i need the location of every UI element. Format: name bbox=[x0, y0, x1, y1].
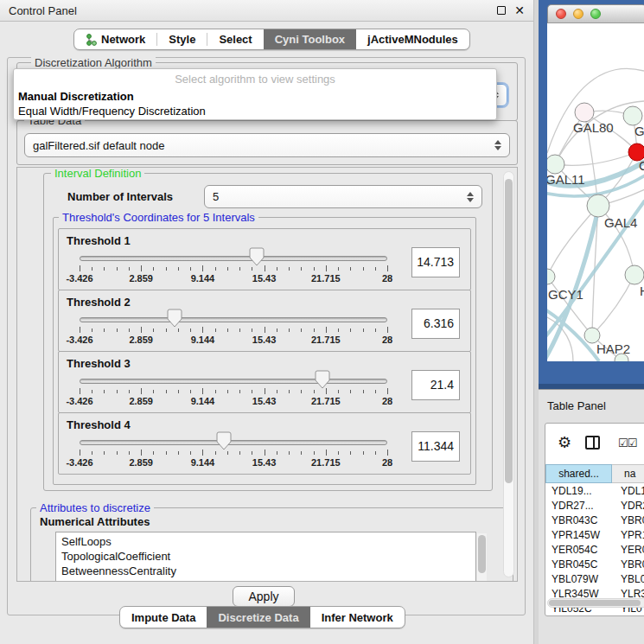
node-g[interactable] bbox=[623, 106, 642, 125]
tab-jactivemnodules[interactable]: jActiveMNodules bbox=[356, 29, 469, 49]
scale-tick-label: -3.426 bbox=[66, 273, 92, 284]
checkboxes-icon[interactable]: ☑☑ bbox=[618, 437, 636, 450]
threshold-value-field[interactable]: 6.316 bbox=[411, 309, 460, 339]
tab-network[interactable]: Network bbox=[74, 29, 156, 49]
cell-name[interactable]: YBR0 bbox=[612, 514, 644, 526]
zoom-traffic-icon[interactable] bbox=[590, 9, 601, 19]
node-h[interactable] bbox=[625, 265, 644, 284]
close-icon[interactable]: ✕ bbox=[514, 6, 525, 15]
network-canvas[interactable]: GAL80 G C GAL11 GAL4 GCY1 H HAP2 bbox=[547, 23, 644, 361]
table-data-group: Table Data galFiltered.sif default node bbox=[16, 120, 518, 165]
cell-name[interactable]: YDR2 bbox=[612, 500, 644, 512]
attribute-list-item[interactable]: TopologicalCoefficient bbox=[61, 549, 475, 564]
network-desktop: GAL80 G C GAL11 GAL4 GCY1 H HAP2 bbox=[539, 0, 644, 389]
cell-shared-name[interactable]: YBR043C bbox=[545, 514, 612, 526]
svg-text:C: C bbox=[639, 158, 644, 173]
scrollbar-thumb[interactable] bbox=[505, 179, 513, 483]
dropdown-option-manual[interactable]: Manual Discretization bbox=[18, 90, 134, 103]
threshold-panel: Threshold 3 21.4 -3.4262.8599.14415.4321… bbox=[58, 351, 471, 413]
column-header-name[interactable]: na bbox=[612, 464, 644, 483]
table-data-combobox[interactable]: galFiltered.sif default node bbox=[24, 133, 510, 157]
cell-name[interactable]: YPR1 bbox=[612, 529, 644, 541]
node-gal80[interactable] bbox=[575, 103, 594, 122]
cell-shared-name[interactable]: YER054C bbox=[545, 544, 612, 556]
tab-discretize-data[interactable]: Discretize Data bbox=[207, 607, 309, 628]
float-window-icon[interactable] bbox=[497, 6, 506, 15]
node-gcy1[interactable] bbox=[547, 269, 555, 284]
scrollbar-thumb[interactable] bbox=[549, 600, 641, 606]
table-row[interactable]: YER054CYER0 bbox=[545, 542, 644, 557]
table-row[interactable]: YBL079WYBL0 bbox=[545, 571, 644, 586]
cell-shared-name[interactable]: YPR145W bbox=[545, 529, 612, 541]
cell-name[interactable]: YBL0 bbox=[612, 573, 644, 585]
threshold-value-field[interactable]: 14.713 bbox=[411, 247, 460, 277]
tab-impute-data[interactable]: Impute Data bbox=[120, 607, 207, 628]
table-row[interactable]: YPR145WYPR1 bbox=[545, 527, 644, 542]
cell-name[interactable]: YDL1 bbox=[612, 485, 644, 497]
cell-name[interactable]: YER0 bbox=[612, 544, 644, 556]
tab-style[interactable]: Style bbox=[157, 29, 207, 49]
threshold-label: Threshold 2 bbox=[67, 296, 131, 309]
threshold-label: Threshold 3 bbox=[67, 357, 131, 370]
tab-label: Style bbox=[169, 33, 195, 46]
tab-infer-network[interactable]: Infer Network bbox=[310, 607, 405, 628]
threshold-value-field[interactable]: 11.344 bbox=[411, 431, 460, 462]
num-intervals-combobox[interactable]: 5 bbox=[204, 185, 482, 208]
table-header-row: shared... na bbox=[545, 464, 644, 483]
attribute-list-item[interactable]: BetweennessCentrality bbox=[61, 564, 475, 578]
scale-tick-label: 21.715 bbox=[311, 335, 341, 345]
scale-tick-label: -3.426 bbox=[66, 396, 92, 406]
attributes-scrollbar[interactable] bbox=[477, 533, 487, 582]
table-row[interactable]: YBR043CYBR0 bbox=[545, 513, 644, 527]
tab-select[interactable]: Select bbox=[207, 29, 263, 49]
table-row[interactable]: YDL19...YDL1 bbox=[545, 483, 644, 498]
table-toolbar: ⚙ ☑☑ bbox=[545, 424, 644, 463]
attribute-list-item[interactable]: SelfLoops bbox=[61, 534, 475, 549]
svg-text:H: H bbox=[640, 284, 644, 298]
tab-cyni-toolbox[interactable]: Cyni Toolbox bbox=[264, 29, 356, 49]
columns-icon[interactable] bbox=[585, 436, 600, 450]
slider-thumb[interactable] bbox=[315, 370, 330, 389]
apply-button[interactable]: Apply bbox=[233, 586, 295, 607]
table-data-value: galFiltered.sif default node bbox=[33, 139, 164, 152]
column-header-shared[interactable]: shared... bbox=[545, 464, 612, 483]
scale-tick-label: 15.43 bbox=[252, 396, 277, 406]
numerical-attributes-list[interactable]: SelfLoopsTopologicalCoefficientBetweenne… bbox=[55, 532, 476, 582]
scale-tick-label: 28 bbox=[382, 273, 392, 284]
slider-thumb[interactable] bbox=[216, 431, 232, 450]
close-traffic-icon[interactable] bbox=[556, 9, 566, 19]
dropdown-prompt: Select algorithm to view settings bbox=[14, 73, 496, 86]
minimize-traffic-icon[interactable] bbox=[573, 9, 583, 19]
tab-label: Cyni Toolbox bbox=[275, 33, 345, 46]
node-gal4[interactable] bbox=[587, 194, 609, 217]
slider-ticks bbox=[80, 265, 387, 272]
slider-thumb[interactable] bbox=[167, 309, 182, 328]
cell-shared-name[interactable]: YBL079W bbox=[545, 573, 612, 585]
cell-shared-name[interactable]: YBR045C bbox=[545, 558, 612, 571]
table-row[interactable]: YDR27...YDR2 bbox=[545, 498, 644, 513]
tab-label: Impute Data bbox=[131, 611, 195, 624]
threshold-panel: Threshold 2 6.316 -3.4262.8599.14415.432… bbox=[58, 290, 471, 352]
slider-thumb[interactable] bbox=[249, 247, 265, 266]
table-hscrollbar[interactable] bbox=[547, 598, 644, 608]
cell-shared-name[interactable]: YDL19... bbox=[545, 485, 612, 497]
node-gal11[interactable] bbox=[547, 155, 564, 174]
panel-title: Control Panel bbox=[9, 4, 77, 17]
table-row[interactable]: YBR045CYBR0 bbox=[545, 557, 644, 571]
cell-name[interactable]: YBR0 bbox=[612, 558, 644, 571]
scale-tick-label: 15.43 bbox=[252, 335, 277, 345]
group-title: Threshold's Coordinates for 5 Intervals bbox=[59, 211, 258, 224]
thresholds-group: Threshold's Coordinates for 5 Intervals … bbox=[53, 217, 476, 485]
gear-icon[interactable]: ⚙ bbox=[558, 433, 571, 452]
slider-track[interactable] bbox=[80, 256, 387, 261]
network-graph: GAL80 G C GAL11 GAL4 GCY1 H HAP2 bbox=[547, 23, 644, 361]
slider-track[interactable] bbox=[80, 317, 387, 322]
cell-shared-name[interactable]: YDR27... bbox=[545, 500, 612, 512]
settings-scrollbar[interactable] bbox=[503, 171, 514, 577]
dropdown-option-equal-width[interactable]: Equal Width/Frequency Discretization bbox=[18, 105, 206, 118]
svg-text:GAL4: GAL4 bbox=[604, 215, 637, 230]
network-window-titlebar[interactable] bbox=[547, 4, 644, 23]
threshold-value-field[interactable]: 21.4 bbox=[411, 370, 460, 400]
slider-track[interactable] bbox=[80, 379, 387, 384]
slider-track[interactable] bbox=[80, 440, 387, 445]
